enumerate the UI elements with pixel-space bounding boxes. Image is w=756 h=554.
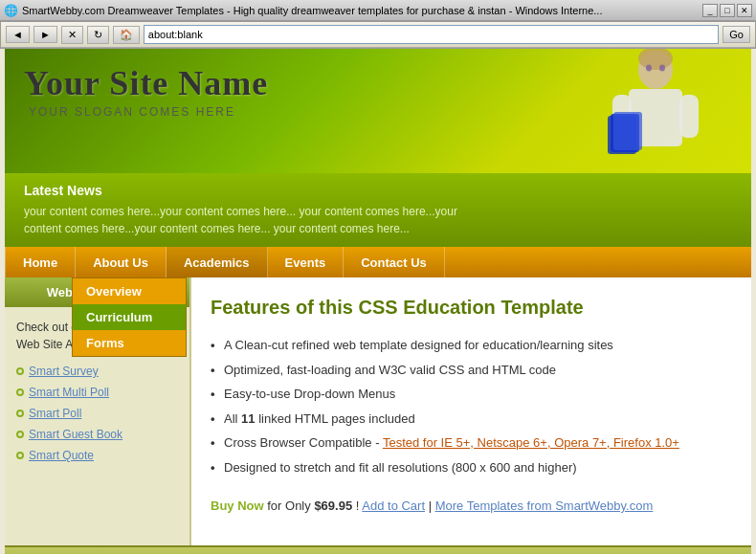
list-item: Easy-to-use Drop-down Menus (211, 382, 732, 407)
dropdown-item-overview[interactable]: Overview (73, 278, 186, 304)
list-item: Smart Poll (16, 403, 178, 424)
site-footer: Copyright © www.yoursitename.com - All R… (5, 545, 751, 554)
nav-item-home[interactable]: Home (5, 247, 76, 277)
svg-point-8 (646, 65, 652, 72)
browser-toolbar: ◄ ► ✕ ↻ 🏠 Go (1, 22, 755, 48)
back-button[interactable]: ◄ (6, 26, 30, 43)
dropdown-item-curriculum[interactable]: Curriculum (73, 304, 186, 330)
minimize-button[interactable]: _ (702, 4, 718, 17)
forward-button[interactable]: ► (33, 26, 57, 43)
list-item: Smart Multi Poll (16, 382, 178, 403)
list-item: Cross Browser Compatible - Tested for IE… (211, 431, 732, 455)
list-item: A Clean-cut refined web template designe… (211, 333, 732, 358)
nav-item-events[interactable]: Events (268, 247, 345, 277)
title-bar: 🌐 SmartWebby.com Dreamweaver Templates -… (0, 0, 756, 21)
list-item: Smart Survey (16, 361, 178, 382)
nav-bar: Home About Us Academics Events Contact U… (5, 247, 751, 277)
bullet-icon (16, 452, 24, 459)
content-area: Features of this CSS Education Template … (191, 277, 751, 545)
home-button[interactable]: 🏠 (113, 26, 140, 44)
nav-item-academics[interactable]: Academics (167, 247, 268, 277)
site-wrapper: Your Site Name YOUR SLOGAN COMES HERE (5, 49, 751, 554)
window-title: SmartWebby.com Dreamweaver Templates - H… (22, 5, 602, 16)
list-item: Smart Guest Book (16, 424, 178, 445)
separator: | (429, 499, 435, 513)
bullet-icon (16, 410, 24, 417)
header-text: Your Site Name YOUR SLOGAN COMES HERE (24, 63, 268, 119)
list-item: Smart Quote (16, 445, 178, 466)
price: $69.95 (314, 499, 352, 513)
svg-rect-4 (679, 95, 699, 138)
window-controls: _ □ ✕ (702, 4, 752, 17)
latest-news-section: Latest News your content comes here...yo… (5, 173, 751, 247)
buy-text: for Only (267, 499, 314, 513)
academics-dropdown: Overview Curriculum Forms (72, 277, 187, 357)
list-item: Designed to stretch and fit all resoluti… (211, 455, 732, 480)
browser-compat-link[interactable]: Tested for IE 5+, Netscape 6+, Opera 7+,… (383, 435, 679, 450)
nav-item-about[interactable]: About Us (76, 247, 167, 277)
latest-news-content: your content comes here...your content c… (24, 203, 464, 237)
buy-now-link[interactable]: Buy Now (211, 499, 264, 513)
svg-point-9 (659, 65, 665, 72)
refresh-button[interactable]: ↻ (87, 26, 109, 44)
features-list: A Clean-cut refined web template designe… (211, 333, 732, 479)
latest-news-title: Latest News (24, 183, 732, 198)
add-to-cart-link[interactable]: Add to Cart (362, 499, 425, 513)
site-name: Your Site Name (24, 63, 268, 103)
sidebar-link-guest-book[interactable]: Smart Guest Book (29, 426, 122, 443)
svg-rect-7 (613, 112, 642, 150)
buy-section: Buy Now for Only $69.95 ! Add to Cart | … (211, 499, 732, 513)
bullet-icon (16, 431, 24, 438)
bold-number: 11 (241, 411, 255, 426)
content-title: Features of this CSS Education Template (211, 297, 732, 319)
header-person-image (541, 49, 732, 173)
list-item: All 11 linked HTML pages included (211, 407, 732, 432)
maximize-button[interactable]: □ (720, 4, 735, 17)
site-slogan: YOUR SLOGAN COMES HERE (29, 105, 268, 119)
go-button[interactable]: Go (723, 26, 750, 43)
site-header: Your Site Name YOUR SLOGAN COMES HERE (5, 49, 751, 173)
sidebar-link-quote[interactable]: Smart Quote (29, 447, 94, 464)
close-button[interactable]: ✕ (737, 4, 752, 17)
stop-button[interactable]: ✕ (61, 26, 83, 44)
nav-item-contact[interactable]: Contact Us (344, 247, 445, 277)
list-item: Optimized, fast-loading and W3C valid CS… (211, 358, 732, 383)
sidebar-link-multi-poll[interactable]: Smart Multi Poll (29, 384, 109, 401)
sidebar-link-survey[interactable]: Smart Survey (29, 363, 99, 380)
sidebar-link-poll[interactable]: Smart Poll (29, 405, 81, 422)
bullet-icon (16, 367, 24, 375)
dropdown-item-forms[interactable]: Forms (73, 330, 186, 356)
address-bar[interactable] (144, 25, 720, 44)
bullet-icon (16, 388, 24, 396)
sidebar-links-list: Smart Survey Smart Multi Poll Smart Poll (16, 361, 178, 466)
more-templates-link[interactable]: More Templates from SmartWebby.com (435, 499, 654, 513)
browser-icon: 🌐 (4, 4, 18, 17)
